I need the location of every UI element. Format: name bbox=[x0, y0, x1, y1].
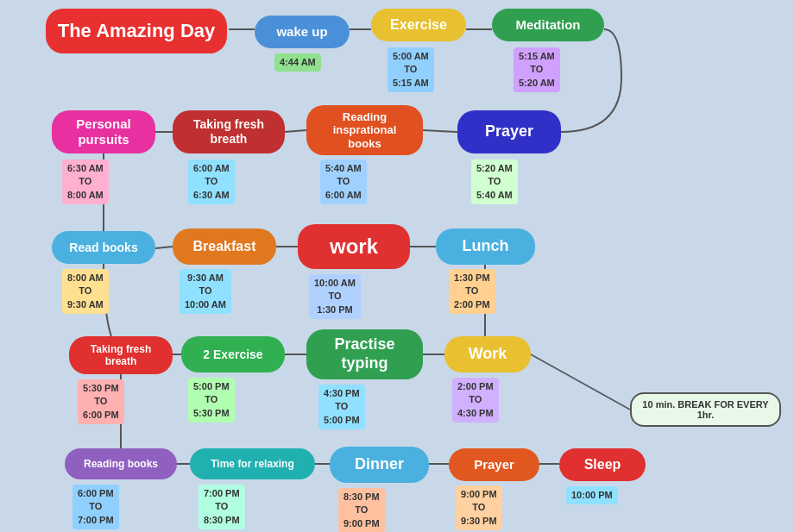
break-box: 10 min. BREAK FOR EVERY 1hr. bbox=[630, 392, 781, 427]
node-practise: Practise typing bbox=[306, 329, 423, 379]
timebox-t-freshbreath1: 6:00 AM TO 6:30 AM bbox=[188, 160, 235, 204]
node-exercise2: 2 Exercise bbox=[181, 336, 285, 372]
timebox-t-work2: 2:00 PM TO 4:30 PM bbox=[452, 378, 499, 422]
timebox-t-work1: 10:00 AM TO 1:30 PM bbox=[309, 274, 361, 319]
node-prayer1: Prayer bbox=[457, 110, 561, 153]
timebox-t-prayer2: 9:00 PM TO 9:30 PM bbox=[456, 485, 502, 530]
node-prayer2: Prayer bbox=[449, 448, 539, 481]
node-personal: Personal pursuits bbox=[52, 110, 155, 153]
node-wakeup: wake up bbox=[255, 16, 350, 48]
timebox-t-breakfast: 9:30 AM TO 10:00 AM bbox=[180, 269, 231, 314]
timebox-t-reading1: 5:40 AM TO 6:00 AM bbox=[320, 160, 367, 204]
node-relaxing: Time for relaxing bbox=[190, 448, 315, 479]
node-reading1: Reading insprational books bbox=[306, 105, 423, 155]
node-breakfast: Breakfast bbox=[173, 228, 276, 265]
node-readbooks: Read books bbox=[52, 231, 155, 264]
timebox-t-readbooks: 8:00 AM TO 9:30 AM bbox=[62, 269, 109, 314]
node-readingbooks2: Reading books bbox=[65, 448, 177, 479]
node-freshbreath1: Taking fresh breath bbox=[173, 110, 285, 153]
node-dinner: Dinner bbox=[330, 447, 429, 483]
svg-line-5 bbox=[423, 130, 457, 132]
node-work2: Work bbox=[444, 336, 531, 372]
node-lunch: Lunch bbox=[436, 228, 535, 265]
timebox-t-personal: 6:30 AM TO 8:00 AM bbox=[62, 160, 109, 204]
timebox-t-sleep: 10:00 PM bbox=[566, 486, 618, 504]
node-title: The Amazing Day bbox=[46, 9, 227, 53]
timebox-t-relaxing: 7:00 PM TO 8:30 PM bbox=[198, 485, 245, 529]
timebox-t-dinner: 8:30 PM TO 9:00 PM bbox=[338, 488, 385, 532]
timebox-t-wakeup: 4:44 AM bbox=[274, 53, 321, 72]
node-sleep: Sleep bbox=[559, 448, 646, 481]
svg-line-4 bbox=[285, 130, 306, 132]
timebox-t-exercise1: 5:00 AM TO 5:15 AM bbox=[388, 47, 434, 92]
timebox-t-exercise2: 5:00 PM TO 5:30 PM bbox=[188, 378, 235, 422]
break-label: 10 min. BREAK FOR EVERY 1hr. bbox=[640, 399, 771, 420]
timebox-t-prayer1: 5:20 AM TO 5:40 AM bbox=[471, 160, 518, 204]
timebox-t-meditation: 5:15 AM TO 5:20 AM bbox=[514, 47, 560, 92]
timebox-t-freshbreath2: 5:30 PM TO 6:00 PM bbox=[78, 379, 124, 424]
svg-line-12 bbox=[531, 354, 630, 410]
timebox-t-lunch: 1:30 PM TO 2:00 PM bbox=[449, 269, 495, 314]
node-exercise1: Exercise bbox=[371, 9, 466, 41]
node-freshbreath2: Taking fresh breath bbox=[69, 336, 173, 374]
timebox-t-readingbooks2: 6:00 PM TO 7:00 PM bbox=[72, 485, 119, 529]
node-meditation: Meditation bbox=[492, 9, 604, 41]
node-work1: work bbox=[298, 224, 410, 269]
timebox-t-practise: 4:30 PM TO 5:00 PM bbox=[318, 385, 365, 429]
svg-line-6 bbox=[155, 247, 173, 248]
